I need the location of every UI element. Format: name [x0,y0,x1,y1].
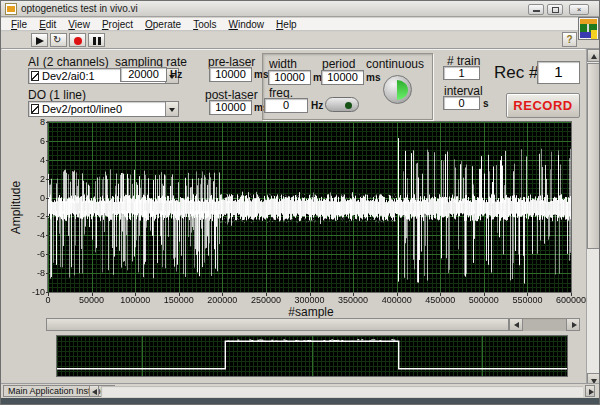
arrow-left-icon [92,389,97,395]
x-tick: 250000 [248,295,284,305]
continuous-led [397,80,408,100]
run-continuous-button[interactable]: ↻ [50,33,67,47]
rec-number-field[interactable]: 1 [537,61,580,84]
abort-button[interactable] [69,33,86,47]
laser-chart-frame [56,335,568,377]
y-tick: -2 [19,211,45,221]
menu-bar: File Edit View Project Operate Tools Win… [1,18,599,31]
period-field[interactable]: 10000 [321,70,364,85]
close-button[interactable]: × [569,4,589,15]
amplitude-chart [48,122,571,292]
laser-pulse-chart [57,336,567,376]
rec-label: Rec # [494,63,538,83]
x-tick: 450000 [422,295,458,305]
ai-channel-value: Dev2/ai0:1 [42,70,95,82]
continuous-label: continuous [366,57,424,71]
y-tick: 8 [19,117,45,127]
y-tick: 0 [19,193,45,203]
run-icon [36,37,44,45]
period-label: period [322,57,355,71]
do-line-dropdown[interactable]: Dev2/port0/line0 [28,101,179,117]
train-field[interactable]: 1 [443,66,480,80]
x-tick: 100000 [117,295,153,305]
y-tick: 6 [19,136,45,146]
scrollbar-thumb[interactable] [46,318,509,331]
width-field[interactable]: 10000 [268,70,311,85]
scroll-left-button[interactable] [89,385,99,397]
loop-icon: ↻ [53,34,61,45]
window-title: optogenetics test in vivo.vi [21,3,138,14]
chart-x-scrollbar[interactable] [46,318,580,331]
x-tick: 50000 [74,295,110,305]
y-tick: -6 [19,249,45,259]
record-button[interactable]: RECORD [506,93,580,118]
minimize-button[interactable] [528,4,544,15]
x-tick: 550000 [509,295,545,305]
interval-unit: s [483,98,489,109]
do-dropdown-button[interactable] [165,102,178,116]
pause-icon [93,37,96,45]
menu-help[interactable]: Help [270,19,303,30]
arrow-right-icon [589,389,594,395]
y-tick: -8 [19,268,45,278]
vi-icon[interactable] [578,17,599,40]
menu-window[interactable]: Window [223,19,271,30]
continuous-button[interactable] [383,75,412,104]
width-label: width [269,57,297,71]
x-tick: 600000 [553,295,589,305]
menu-operate[interactable]: Operate [139,19,187,30]
window-v-scrollbar[interactable] [586,49,600,386]
labview-app-icon [5,3,17,15]
do-label: DO (1 line) [28,88,86,102]
run-button[interactable] [31,33,48,47]
window-h-scrollbar[interactable] [101,386,583,397]
x-tick: 0 [30,295,66,305]
menu-view[interactable]: View [62,19,96,30]
amplitude-chart-frame [47,121,572,293]
menu-edit[interactable]: Edit [33,19,62,30]
menu-tools[interactable]: Tools [187,19,222,30]
app-window: optogenetics test in vivo.vi × File Edit… [0,0,600,405]
y-tick: 2 [19,174,45,184]
window-titlebar: optogenetics test in vivo.vi × [1,1,599,17]
window-bottom-edge [1,398,600,405]
io-name-icon [31,104,39,114]
y-tick: -4 [19,230,45,240]
toggle-led [345,102,352,109]
x-tick: 500000 [466,295,502,305]
vi-toolbar: ↻ [1,32,599,49]
scroll-left-button[interactable] [509,318,523,331]
sampling-rate-unit: Hz [170,69,182,80]
x-axis-label: #sample [231,305,391,319]
ai-label: AI (2 channels) [28,55,109,69]
y-tick: 4 [19,155,45,165]
chevron-down-icon [169,108,175,112]
freq-unit: Hz [311,100,323,111]
pause-button[interactable] [88,33,105,47]
scroll-up-button[interactable] [587,49,600,62]
arrow-right-icon [572,322,577,328]
freq-field[interactable]: 0 [264,98,308,113]
context-help-button[interactable]: ? [562,32,577,47]
period-unit: ms [366,72,380,83]
status-bar: Main Application Instance [1,383,600,398]
menu-project[interactable]: Project [96,19,139,30]
do-line-value: Dev2/port0/line0 [42,103,122,115]
interval-field[interactable]: 0 [443,96,480,110]
x-tick: 200000 [204,295,240,305]
y-axis-label: Amplitude [9,123,22,293]
post-laser-field[interactable]: 10000 [209,100,252,115]
maximize-button[interactable] [547,4,563,15]
scrollbar-thumb[interactable] [587,63,600,249]
x-tick: 150000 [161,295,197,305]
x-tick: 350000 [335,295,371,305]
sampling-rate-field[interactable]: 20000 [120,67,167,82]
scroll-right-button[interactable] [566,318,580,331]
x-tick: 400000 [379,295,415,305]
freq-toggle-button[interactable] [325,97,359,112]
x-tick: 300000 [292,295,328,305]
menu-file[interactable]: File [5,19,33,30]
pre-laser-field[interactable]: 10000 [209,67,252,82]
scroll-right-button[interactable] [585,385,595,397]
arrow-up-icon [591,54,597,59]
